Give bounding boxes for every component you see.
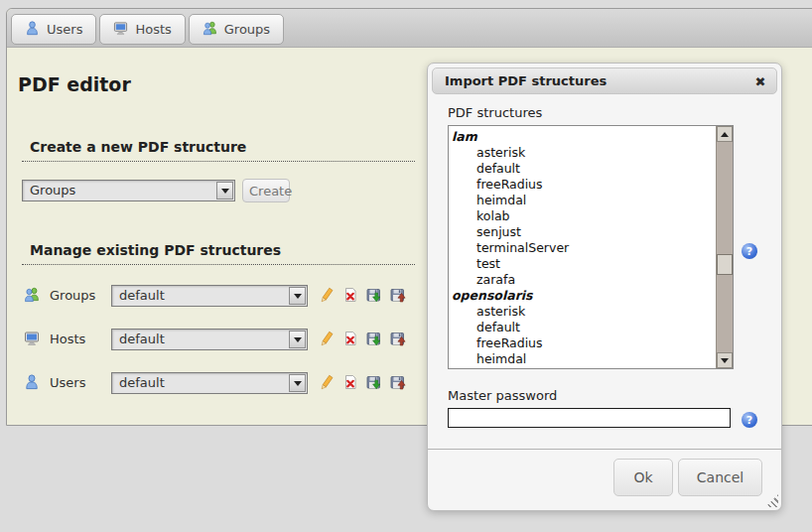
export-icon[interactable] bbox=[366, 374, 383, 391]
list-item[interactable]: default bbox=[452, 320, 713, 335]
select-value: default bbox=[119, 375, 165, 390]
export-icon[interactable] bbox=[366, 331, 383, 347]
cancel-button[interactable]: Cancel bbox=[678, 459, 762, 496]
scroll-down-icon bbox=[721, 358, 729, 363]
create-section-heading: Create a new PDF structure bbox=[22, 139, 415, 162]
list-item[interactable]: default bbox=[452, 161, 713, 177]
list-item[interactable]: kolab bbox=[452, 367, 713, 369]
chevron-down-icon bbox=[289, 331, 306, 348]
tab-hosts[interactable]: Hosts bbox=[99, 14, 185, 45]
export-icon[interactable] bbox=[366, 287, 383, 304]
tab-users[interactable]: Users bbox=[11, 14, 96, 45]
listbox-scrollbar[interactable] bbox=[716, 126, 733, 368]
structure-type-select[interactable]: Groups bbox=[22, 180, 235, 201]
list-group: lam bbox=[452, 129, 713, 145]
chevron-down-icon bbox=[289, 287, 306, 305]
dialog-divider bbox=[428, 449, 781, 450]
tab-label: Users bbox=[47, 22, 82, 37]
list-item[interactable]: terminalServer bbox=[452, 240, 713, 256]
help-icon[interactable]: ? bbox=[742, 412, 757, 428]
dialog-titlebar[interactable]: Import PDF structures ✖ bbox=[432, 67, 777, 94]
import-pdf-structures-dialog: Import PDF structures ✖ PDF structures l… bbox=[427, 63, 782, 511]
resize-handle-icon[interactable] bbox=[765, 494, 778, 507]
list-item[interactable]: zarafa bbox=[452, 272, 713, 288]
select-value: Groups bbox=[30, 183, 75, 198]
list-item[interactable]: test bbox=[452, 256, 713, 272]
hosts-structure-select[interactable]: default bbox=[111, 329, 308, 350]
tab-label: Hosts bbox=[135, 22, 171, 37]
master-password-input[interactable] bbox=[448, 408, 731, 428]
users-structure-select[interactable]: default bbox=[111, 372, 308, 394]
help-icon[interactable]: ? bbox=[742, 243, 757, 259]
list-item[interactable]: asterisk bbox=[452, 145, 713, 161]
groups-structure-select[interactable]: default bbox=[111, 285, 308, 307]
list-item[interactable]: heimdal bbox=[452, 351, 713, 367]
host-icon bbox=[113, 21, 128, 39]
pdf-structures-listbox[interactable]: lam asterisk default freeRadius heimdal … bbox=[448, 125, 734, 369]
chevron-down-icon bbox=[216, 182, 233, 200]
delete-icon[interactable] bbox=[342, 374, 359, 391]
host-icon bbox=[24, 331, 41, 347]
delete-icon[interactable] bbox=[342, 331, 359, 347]
tab-bar: Users Hosts Groups bbox=[7, 9, 812, 48]
list-item[interactable]: freeRadius bbox=[452, 335, 713, 351]
dialog-title: Import PDF structures bbox=[445, 73, 607, 88]
master-password-label: Master password bbox=[448, 388, 557, 403]
list-group: opensolaris bbox=[452, 288, 713, 304]
chevron-down-icon bbox=[289, 374, 306, 392]
list-item[interactable]: freeRadius bbox=[452, 177, 713, 193]
edit-icon[interactable] bbox=[319, 287, 336, 304]
edit-icon[interactable] bbox=[319, 331, 336, 347]
scroll-down-button[interactable] bbox=[717, 352, 733, 368]
list-item[interactable]: senjust bbox=[452, 224, 713, 240]
scroll-up-button[interactable] bbox=[717, 126, 733, 142]
scrollbar-thumb[interactable] bbox=[717, 254, 733, 275]
user-icon bbox=[25, 21, 40, 39]
list-item[interactable]: asterisk bbox=[452, 304, 713, 320]
create-button[interactable]: Create bbox=[242, 179, 290, 202]
pdf-structures-label: PDF structures bbox=[448, 105, 542, 120]
delete-icon[interactable] bbox=[342, 287, 359, 304]
close-icon[interactable]: ✖ bbox=[751, 72, 769, 90]
import-icon[interactable] bbox=[390, 374, 407, 391]
user-icon bbox=[24, 374, 41, 391]
edit-icon[interactable] bbox=[319, 374, 336, 391]
list-item[interactable]: heimdal bbox=[452, 193, 713, 208]
tab-groups[interactable]: Groups bbox=[189, 14, 284, 45]
group-icon bbox=[203, 21, 217, 39]
row-label: Groups bbox=[50, 288, 95, 303]
row-label: Hosts bbox=[50, 332, 85, 346]
select-value: default bbox=[119, 288, 165, 303]
group-icon bbox=[24, 287, 41, 304]
import-icon[interactable] bbox=[390, 331, 407, 347]
scroll-up-icon bbox=[721, 132, 729, 137]
manage-section-heading: Manage existing PDF structures bbox=[22, 242, 415, 265]
tab-label: Groups bbox=[224, 22, 270, 37]
import-icon[interactable] bbox=[390, 287, 407, 304]
row-label: Users bbox=[50, 375, 85, 390]
page-title: PDF editor bbox=[18, 73, 131, 95]
select-value: default bbox=[119, 332, 165, 346]
ok-button[interactable]: Ok bbox=[613, 459, 673, 496]
list-item[interactable]: kolab bbox=[452, 208, 713, 224]
